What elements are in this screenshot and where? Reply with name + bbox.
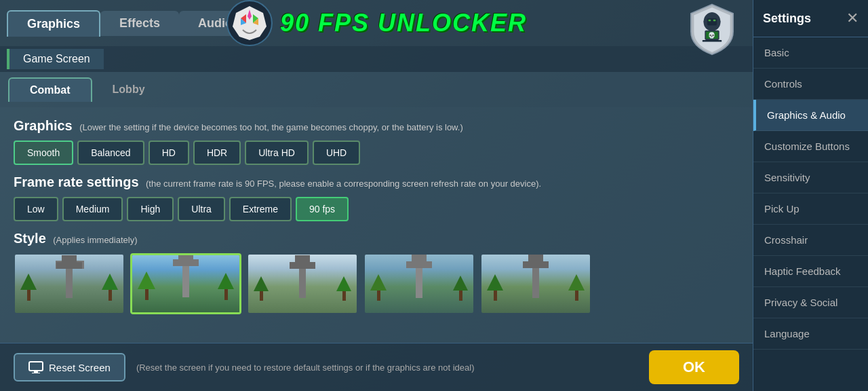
framerate-options: Low Medium High Ultra Extreme 90 fps bbox=[14, 197, 739, 221]
style-thumb-4[interactable] bbox=[363, 253, 475, 314]
graphics-hd-btn[interactable]: HD bbox=[149, 141, 189, 165]
top-tab-bar: Graphics Effects 90 FPS UNLOCKER bbox=[0, 0, 753, 46]
graphics-ultrahd-btn[interactable]: Ultra HD bbox=[245, 141, 309, 165]
sidebar-header: Settings ✕ bbox=[753, 0, 868, 37]
svg-text:💀: 💀 bbox=[709, 31, 717, 39]
sidebar-item-crosshair[interactable]: Crosshair bbox=[753, 225, 868, 256]
sidebar-item-graphics-audio[interactable]: Graphics & Audio bbox=[753, 100, 868, 131]
ok-button[interactable]: OK bbox=[649, 350, 739, 384]
bottom-bar: Reset Screen (Reset the screen if you ne… bbox=[0, 343, 753, 391]
graphics-smooth-btn[interactable]: Smooth bbox=[14, 141, 73, 165]
sidebar-item-basic[interactable]: Basic bbox=[753, 37, 868, 69]
fps-high-btn[interactable]: High bbox=[127, 197, 174, 221]
sub-tab-bar: Combat Lobby bbox=[0, 72, 753, 107]
svg-rect-9 bbox=[29, 362, 43, 371]
fps-title: 90 FPS UNLOCKER bbox=[280, 9, 527, 37]
graphics-uhd-btn[interactable]: UHD bbox=[313, 141, 360, 165]
sub-tab-combat[interactable]: Combat bbox=[8, 77, 92, 102]
fps-ultra-btn[interactable]: Ultra bbox=[178, 197, 225, 221]
shield-icon: 💀 bbox=[685, 1, 739, 56]
graphics-section-title: Graphics (Lower the setting if the devic… bbox=[14, 118, 739, 134]
fps-90-btn[interactable]: 90 fps bbox=[296, 197, 349, 221]
sidebar-item-privacy-social[interactable]: Privacy & Social bbox=[753, 287, 868, 318]
graphics-hdr-btn[interactable]: HDR bbox=[193, 141, 241, 165]
style-thumb-2[interactable] bbox=[130, 253, 241, 314]
svg-rect-2 bbox=[707, 18, 717, 26]
sidebar-title: Settings bbox=[763, 12, 811, 26]
right-sidebar: Settings ✕ Basic Controls Graphics & Aud… bbox=[753, 0, 868, 391]
svg-rect-3 bbox=[709, 20, 711, 22]
game-screen-label: Game Screen bbox=[7, 49, 104, 69]
game-screen-bar: Game Screen bbox=[0, 46, 753, 72]
sidebar-item-controls[interactable]: Controls bbox=[753, 69, 868, 100]
style-thumb-5[interactable] bbox=[480, 253, 591, 314]
reset-hint-text: (Reset the screen if you need to restore… bbox=[136, 362, 638, 373]
main-content: Graphics Effects 90 FPS UNLOCKER bbox=[0, 0, 753, 391]
sidebar-item-sensitivity[interactable]: Sensitivity bbox=[753, 162, 868, 193]
svg-rect-11 bbox=[32, 373, 40, 373]
sidebar-item-pickup[interactable]: Pick Up bbox=[753, 193, 868, 225]
tab-graphics[interactable]: Graphics bbox=[7, 10, 100, 37]
mask-logo-icon bbox=[226, 0, 273, 47]
reset-screen-label: Reset Screen bbox=[49, 362, 111, 373]
framerate-section-title: Frame rate settings (the current frame r… bbox=[14, 174, 739, 190]
svg-rect-4 bbox=[713, 20, 716, 22]
close-button[interactable]: ✕ bbox=[846, 10, 859, 27]
graphics-options: Smooth Balanced HD HDR Ultra HD UHD bbox=[14, 141, 739, 165]
svg-rect-8 bbox=[703, 40, 722, 42]
sidebar-item-language[interactable]: Language bbox=[753, 318, 868, 350]
style-thumbnails bbox=[14, 253, 739, 314]
graphics-balanced-btn[interactable]: Balanced bbox=[77, 141, 144, 165]
style-section-title: Style (Applies immediately) bbox=[14, 231, 739, 246]
svg-rect-10 bbox=[34, 371, 38, 373]
fps-medium-btn[interactable]: Medium bbox=[62, 197, 123, 221]
monitor-icon bbox=[28, 361, 43, 373]
logo-center: 90 FPS UNLOCKER bbox=[226, 0, 527, 47]
reset-screen-button[interactable]: Reset Screen bbox=[14, 353, 125, 381]
fps-low-btn[interactable]: Low bbox=[14, 197, 58, 221]
sub-tab-lobby[interactable]: Lobby bbox=[92, 78, 165, 101]
style-thumb-3[interactable] bbox=[247, 253, 358, 314]
style-thumb-1[interactable] bbox=[14, 253, 125, 314]
settings-panel: Graphics (Lower the setting if the devic… bbox=[0, 107, 753, 343]
tab-effects[interactable]: Effects bbox=[100, 11, 179, 36]
sidebar-item-customize-buttons[interactable]: Customize Buttons bbox=[753, 131, 868, 162]
fps-extreme-btn[interactable]: Extreme bbox=[229, 197, 292, 221]
sidebar-item-haptic-feedback[interactable]: Haptic Feedback bbox=[753, 256, 868, 287]
